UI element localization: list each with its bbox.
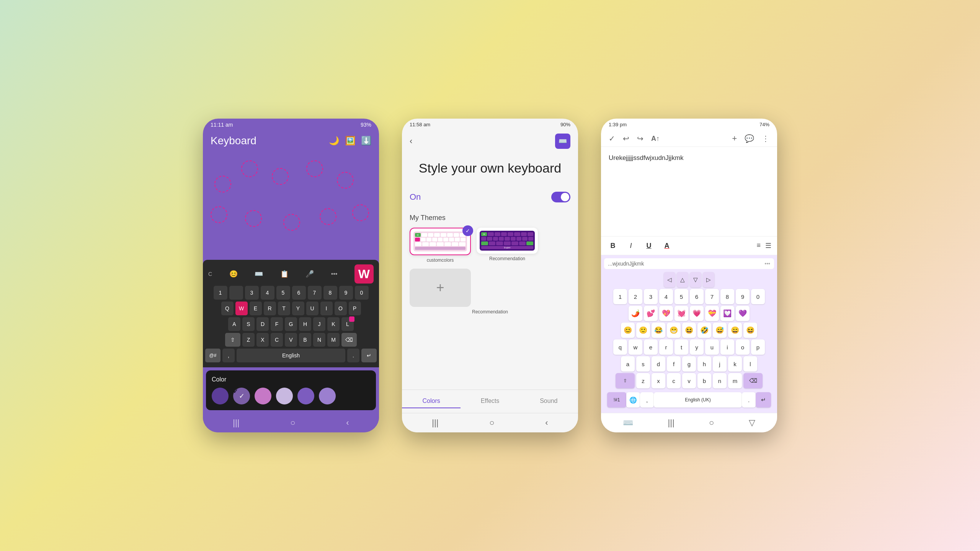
- align-left-icon[interactable]: ≡: [756, 241, 761, 250]
- key-v[interactable]: V: [285, 333, 297, 347]
- key-w[interactable]: W: [235, 302, 248, 315]
- p3-space[interactable]: English (UK): [654, 392, 742, 408]
- key-7[interactable]: 7: [308, 286, 322, 300]
- key-period[interactable]: .: [347, 349, 359, 362]
- theme-card-rec[interactable]: W: [477, 228, 538, 254]
- format-font-color[interactable]: A: [661, 240, 673, 252]
- key-nav-left[interactable]: ◁: [664, 272, 675, 287]
- p3-key-6[interactable]: 6: [690, 289, 704, 304]
- phone3-nav-menu[interactable]: |||: [668, 418, 675, 428]
- download-icon[interactable]: ⬇️: [361, 136, 371, 146]
- tab-colors[interactable]: Colors: [402, 395, 461, 408]
- p3-q[interactable]: q: [613, 339, 627, 355]
- p3-key-3[interactable]: 3: [644, 289, 658, 304]
- p3-enter[interactable]: ↵: [756, 392, 771, 408]
- p3-f[interactable]: f: [667, 356, 681, 372]
- key-settings-icon[interactable]: ⌨️: [255, 270, 263, 278]
- p3-period[interactable]: .: [742, 392, 756, 408]
- key-enter[interactable]: ↵: [361, 349, 377, 362]
- phone3-check-icon[interactable]: ✓: [609, 134, 615, 143]
- phone1-nav-menu[interactable]: |||: [233, 418, 239, 428]
- key-0[interactable]: 0: [355, 286, 369, 300]
- p3-i[interactable]: i: [720, 339, 734, 355]
- swatch-5[interactable]: [297, 388, 314, 404]
- key-nav-up[interactable]: △: [677, 272, 688, 287]
- phone3-add-icon[interactable]: +: [732, 134, 737, 143]
- p3-h[interactable]: h: [697, 356, 711, 372]
- p3-t[interactable]: t: [675, 339, 688, 355]
- list-icon[interactable]: ☰: [765, 241, 771, 250]
- p3-s[interactable]: s: [636, 356, 650, 372]
- phone3-nav-keyboard[interactable]: ⌨️: [623, 418, 633, 428]
- toggle-switch[interactable]: [551, 192, 570, 202]
- phone1-nav-back[interactable]: ‹: [346, 418, 349, 428]
- key-l[interactable]: L: [341, 317, 354, 331]
- key-5[interactable]: 5: [276, 286, 290, 300]
- key-z[interactable]: Z: [242, 333, 255, 347]
- key-b[interactable]: B: [299, 333, 311, 347]
- key-more-icon[interactable]: •••: [331, 271, 338, 277]
- suggestion-more-icon[interactable]: •••: [764, 261, 770, 267]
- p3-emoji-5[interactable]: 💗: [690, 306, 704, 321]
- p3-key-5[interactable]: 5: [675, 289, 688, 304]
- p3-key-1[interactable]: 1: [613, 289, 627, 304]
- p3-globe[interactable]: 🌐: [626, 392, 640, 408]
- key-2[interactable]: [229, 286, 243, 300]
- p3-face-7[interactable]: 😅: [713, 323, 727, 338]
- key-mic-icon[interactable]: 🎤: [305, 270, 314, 278]
- phone2-keyboard-icon[interactable]: ⌨️: [555, 134, 570, 149]
- p3-shift[interactable]: ⇧: [616, 373, 635, 388]
- key-j[interactable]: J: [313, 317, 325, 331]
- p3-key-2[interactable]: 2: [629, 289, 642, 304]
- key-shift[interactable]: ⇧: [225, 333, 240, 347]
- p3-emoji-6[interactable]: 💝: [705, 306, 719, 321]
- key-q[interactable]: Q: [221, 302, 234, 315]
- p3-emoji-7[interactable]: 💟: [720, 306, 734, 321]
- p3-emoji-4[interactable]: 💓: [675, 306, 688, 321]
- key-t[interactable]: T: [278, 302, 290, 315]
- phone3-text-format-icon[interactable]: A↑: [651, 135, 660, 143]
- p3-d[interactable]: d: [652, 356, 665, 372]
- phone3-nav-down[interactable]: ▽: [749, 418, 755, 428]
- p3-v[interactable]: v: [682, 373, 696, 388]
- key-u[interactable]: U: [306, 302, 318, 315]
- p3-backspace[interactable]: ⌫: [743, 373, 763, 388]
- phone2-nav-back[interactable]: ‹: [545, 418, 548, 428]
- p3-e[interactable]: e: [644, 339, 658, 355]
- key-n[interactable]: N: [313, 333, 325, 347]
- p3-x[interactable]: x: [652, 373, 665, 388]
- phone3-comment-icon[interactable]: 💬: [745, 134, 754, 143]
- key-c[interactable]: C: [271, 333, 283, 347]
- p3-face-6[interactable]: 🤣: [697, 323, 711, 338]
- p3-emoji-1[interactable]: 🌶️: [629, 306, 642, 321]
- p3-face-1[interactable]: 😊: [621, 323, 635, 338]
- tab-effects[interactable]: Effects: [461, 395, 519, 408]
- key-d[interactable]: D: [256, 317, 269, 331]
- key-e[interactable]: E: [250, 302, 262, 315]
- p3-o[interactable]: o: [736, 339, 750, 355]
- key-p[interactable]: P: [349, 302, 361, 315]
- swatch-4[interactable]: [276, 388, 293, 404]
- phone3-nav-home[interactable]: ○: [709, 418, 714, 428]
- key-3[interactable]: 3: [245, 286, 259, 300]
- p3-emoji-3[interactable]: 💖: [659, 306, 673, 321]
- key-k[interactable]: K: [327, 317, 340, 331]
- p3-key-0[interactable]: 0: [751, 289, 765, 304]
- key-comma[interactable]: ,: [222, 349, 235, 362]
- key-r[interactable]: R: [264, 302, 276, 315]
- p3-symbols[interactable]: !#1: [607, 392, 626, 408]
- key-x[interactable]: X: [256, 333, 269, 347]
- format-italic[interactable]: I: [625, 240, 637, 252]
- swatch-2[interactable]: ✓: [233, 388, 250, 404]
- key-o[interactable]: O: [335, 302, 347, 315]
- swatch-3[interactable]: [255, 388, 271, 404]
- key-1[interactable]: 1: [214, 286, 227, 300]
- key-h[interactable]: H: [299, 317, 311, 331]
- p3-y[interactable]: y: [690, 339, 704, 355]
- phone2-nav-menu[interactable]: |||: [432, 418, 438, 428]
- p3-l[interactable]: l: [743, 356, 757, 372]
- p3-key-4[interactable]: 4: [659, 289, 673, 304]
- p3-emoji-2[interactable]: 💕: [644, 306, 658, 321]
- phone3-more-icon[interactable]: ⋮: [762, 134, 769, 143]
- key-symbols[interactable]: @#: [205, 349, 220, 362]
